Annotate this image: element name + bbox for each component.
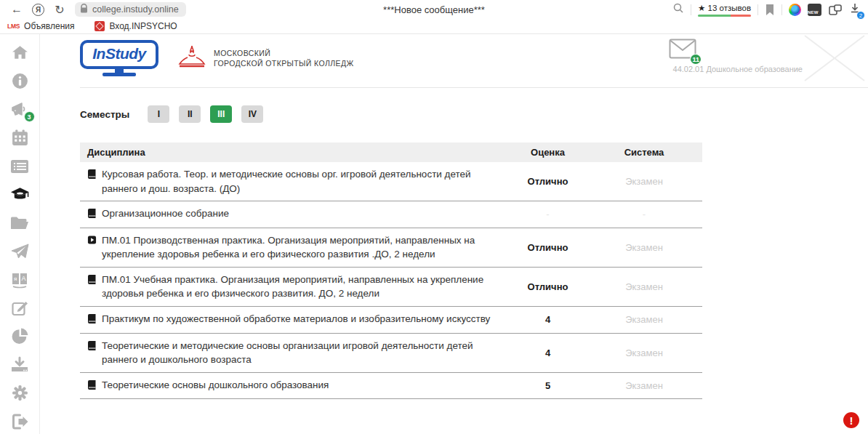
extension-boxes-icon[interactable] (828, 4, 843, 16)
lms-favicon: LMS (7, 23, 20, 30)
bookmark-flag-icon[interactable] (765, 4, 775, 16)
discipline-title: Курсовая работа. Теор. и методические ос… (102, 167, 502, 196)
sidebar-item-schedule[interactable] (10, 156, 30, 176)
discipline-title: Теоретические основы дошкольного образов… (102, 378, 329, 394)
svg-text:A: A (22, 275, 26, 282)
mail-icon[interactable]: 11 (669, 39, 696, 62)
table-row[interactable]: Теоретические и методические основы орга… (80, 334, 702, 373)
address-bar[interactable]: college.instudy.online (75, 2, 186, 17)
sidebar-item-dictionary[interactable]: яA (10, 270, 30, 289)
grade-value: Отлично (502, 242, 593, 253)
site-header: InStudy МОСКОВСКИЙ ГОРОДСКОЙ ОТКРЫТЫЙ КО… (80, 34, 868, 88)
book-icon (87, 169, 97, 196)
book-icon (87, 274, 97, 301)
back-icon[interactable]: ← (7, 3, 26, 16)
bookmarks-bar: LMS Объявления Вход.INPSYCHO (0, 19, 868, 34)
discipline-title: ПМ.01 Производственная практика. Организ… (102, 233, 502, 262)
discipline-title: Теоретические и методические основы орга… (102, 339, 502, 367)
grade-value: 5 (502, 380, 593, 391)
column-grade: Оценка (502, 147, 593, 158)
inpsycho-favicon (95, 21, 105, 31)
extension-new-icon[interactable]: NEW (808, 4, 821, 16)
refresh-icon[interactable]: ↻ (50, 3, 69, 17)
play-icon (87, 235, 97, 262)
alert-icon[interactable]: ! (843, 412, 859, 428)
college-logo: МОСКОВСКИЙ ГОРОДСКОЙ ОТКРЫТЫЙ КОЛЛЕДЖ (177, 44, 354, 72)
college-name-line1: МОСКОВСКИЙ (214, 48, 354, 58)
divider (758, 4, 758, 15)
browser-toolbar: ← Я ↻ college.instudy.online ***Новое со… (0, 0, 868, 19)
table-row[interactable]: Организационное собрание - - (80, 201, 702, 228)
table-row[interactable]: Практикум по художественной обработке ма… (80, 307, 702, 334)
downloads-badge: 2 (856, 11, 865, 20)
bookmark-announcements[interactable]: LMS Объявления (7, 21, 74, 31)
book-icon (87, 208, 97, 222)
avatar-placeholder-icon[interactable] (799, 34, 868, 82)
college-name-line2: ГОРОДСКОЙ ОТКРЫТЫЙ КОЛЛЕДЖ (214, 58, 354, 68)
book-icon (87, 340, 97, 367)
discipline-title: Практикум по художественной обработке ма… (102, 312, 490, 328)
college-emblem-icon (177, 44, 206, 72)
semester-button-1[interactable]: I (148, 105, 169, 123)
sidebar-nav: 3 яA (0, 34, 40, 434)
logo-monitor-base (103, 73, 136, 76)
book-icon (87, 313, 97, 328)
instudy-logo[interactable]: InStudy (80, 40, 158, 76)
sidebar-item-calendar[interactable] (10, 128, 30, 148)
lock-icon (80, 4, 88, 15)
reviews-label: ★ 13 отзывов (698, 3, 751, 13)
mail-badge: 11 (690, 54, 702, 65)
reviews-widget[interactable]: ★ 13 отзывов (698, 3, 751, 17)
semesters-label: Семестры (80, 109, 129, 120)
sidebar-item-announcements[interactable]: 3 (10, 100, 30, 119)
table-row[interactable]: ПМ.01 Производственная практика. Организ… (80, 228, 702, 268)
app-window: 3 яA (0, 34, 868, 434)
semester-button-2[interactable]: II (179, 105, 201, 123)
system-value: Экзамен (593, 347, 695, 358)
url-text: college.instudy.online (92, 4, 179, 15)
system-value: Экзамен (593, 380, 695, 391)
system-value: Экзамен (593, 176, 695, 187)
search-icon[interactable] (672, 2, 684, 17)
grade-value: 4 (502, 347, 593, 358)
sidebar-item-grades[interactable] (10, 185, 30, 204)
discipline-title: ПМ.01 Учебная практика. Организация меро… (102, 273, 502, 301)
college-name: МОСКОВСКИЙ ГОРОДСКОЙ ОТКРЫТЫЙ КОЛЛЕДЖ (214, 48, 354, 68)
sidebar-item-messages[interactable] (10, 241, 30, 261)
bookmark-label: Объявления (24, 21, 74, 31)
grade-value: Отлично (502, 281, 593, 292)
announcements-badge: 3 (24, 111, 35, 122)
grades-table: Дисциплина Оценка Система Курсовая работ… (80, 142, 702, 399)
column-discipline: Дисциплина (87, 147, 502, 158)
extension-circle-icon[interactable] (789, 4, 801, 16)
system-value: Экзамен (593, 242, 695, 253)
system-value: Экзамен (593, 314, 695, 325)
main-content: InStudy МОСКОВСКИЙ ГОРОДСКОЙ ОТКРЫТЫЙ КО… (40, 34, 868, 434)
sidebar-item-files[interactable] (10, 213, 30, 233)
sidebar-item-assignments[interactable] (10, 298, 30, 318)
discipline-title: Организационное собрание (102, 206, 229, 222)
bookmark-label: Вход.INPSYCHO (109, 21, 177, 31)
system-value: - (593, 209, 695, 220)
instudy-logo-text: InStudy (80, 40, 158, 69)
svg-text:я: я (14, 276, 17, 282)
table-row[interactable]: Курсовая работа. Теор. и методические ос… (80, 162, 702, 201)
sidebar-item-downloads[interactable] (10, 355, 30, 374)
semester-switcher: Семестры I II III IV (80, 105, 868, 123)
sidebar-item-statistics[interactable] (10, 326, 30, 346)
sidebar-item-settings[interactable] (10, 383, 30, 403)
table-row[interactable]: Теоретические основы дошкольного образов… (80, 373, 702, 400)
sidebar-item-info[interactable] (10, 71, 30, 91)
column-system: Система (593, 147, 695, 158)
reviews-rating-bar (698, 15, 751, 17)
grade-value: 4 (502, 314, 593, 325)
semester-button-4[interactable]: IV (241, 105, 263, 123)
sidebar-item-home[interactable] (10, 43, 30, 63)
sidebar-item-logout[interactable] (10, 411, 30, 431)
browser-logo-icon[interactable]: Я (32, 4, 44, 16)
semester-button-3[interactable]: III (210, 105, 232, 123)
table-row[interactable]: ПМ.01 Учебная практика. Организация меро… (80, 268, 702, 307)
downloads-icon[interactable]: 2 (849, 2, 861, 17)
book-icon (87, 379, 97, 394)
bookmark-inpsycho[interactable]: Вход.INPSYCHO (95, 21, 177, 31)
